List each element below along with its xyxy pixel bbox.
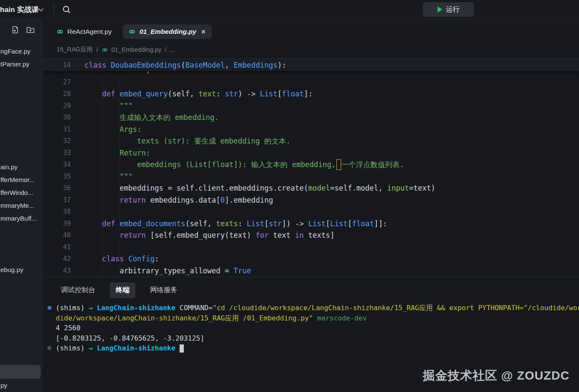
- line-number: 39: [43, 220, 71, 227]
- file-item[interactable]: fferMemor...: [0, 175, 35, 185]
- line-number: 29: [43, 102, 71, 110]
- terminal-line: 4 2560: [43, 323, 579, 333]
- line-number: 33: [43, 149, 71, 157]
- line-number: 35: [43, 173, 71, 180]
- line-number: 43: [43, 267, 71, 275]
- code-row[interactable]: 30 生成输入文本的 embedding.: [43, 112, 579, 124]
- line-number: 34: [43, 161, 71, 168]
- code-row[interactable]: 37 return embeddings.data[0].embedding: [43, 194, 579, 206]
- code-lines: 2728 def embed_query(self, text: str) ->…: [43, 76, 579, 277]
- langchain-icon: [57, 28, 63, 35]
- editor-header: ReActAgent.py01_Embedding.py✕ 15_RAG应用 /…: [43, 19, 579, 58]
- code-editor[interactable]: 14class DoubaoEmbeddings(BaseModel, Embe…: [43, 58, 579, 277]
- code-text: class DoubaoEmbeddings(BaseModel, Embedd…: [71, 61, 286, 69]
- file-item[interactable]: fferWindo...: [0, 188, 33, 198]
- code-row[interactable]: 32 texts (str): 要生成 embedding 的文本.: [43, 135, 579, 147]
- tab-bar: ReActAgent.py01_Embedding.py✕: [51, 24, 212, 39]
- file-item[interactable]: ain.py: [0, 162, 18, 172]
- code-row[interactable]: 35 """: [43, 171, 579, 183]
- code-row[interactable]: 38: [43, 206, 579, 218]
- close-icon[interactable]: ✕: [201, 29, 206, 35]
- code-row[interactable]: 31 Args:: [43, 123, 579, 135]
- panel-tab-调试控制台[interactable]: 调试控制台: [55, 282, 101, 298]
- sidebar: ngFace.pytParser.pyain.pyfferMemor...ffe…: [0, 19, 43, 392]
- line-number: 28: [43, 90, 71, 98]
- project-title[interactable]: hain 实战课: [0, 5, 39, 15]
- code-text: texts (str): 要生成 embedding 的文本.: [71, 136, 291, 146]
- code-text: class Config:: [71, 254, 159, 263]
- code-text: return embeddings.data[0].embedding: [71, 196, 273, 204]
- code-text: 生成输入文本的 embedding.: [71, 113, 219, 123]
- code-row[interactable]: 33 Return:: [43, 147, 579, 159]
- file-item[interactable]: ebug.py: [0, 265, 23, 275]
- sticky-line[interactable]: 14class DoubaoEmbeddings(BaseModel, Embe…: [43, 58, 579, 71]
- code-row[interactable]: 29 """: [43, 100, 579, 112]
- breadcrumb-separator: /: [165, 46, 167, 53]
- run-label: 运行: [446, 5, 460, 14]
- code-row[interactable]: 14class DoubaoEmbeddings(BaseModel, Embe…: [43, 59, 579, 71]
- code-row[interactable]: 27: [43, 76, 579, 88]
- terminal-marker-dot-icon: [48, 306, 51, 310]
- tab-label: ReActAgent.py: [67, 28, 111, 36]
- chevron-down-icon[interactable]: [38, 6, 44, 14]
- line-number: 40: [43, 231, 71, 239]
- terminal-marker-circle-icon: [48, 346, 51, 350]
- code-text: embeddings (List[float]): 输入文本的 embeddin…: [71, 159, 404, 170]
- new-file-icon[interactable]: [11, 26, 19, 34]
- new-folder-icon[interactable]: [26, 26, 34, 34]
- code-text: return [self.embed_query(text) for text …: [71, 231, 334, 239]
- file-item[interactable]: ngFace.py: [0, 46, 30, 57]
- panel-tab-bar: 调试控制台终端网络服务: [55, 282, 183, 298]
- terminal-line: dide/workspace/LangChain-shizhanke/15_RA…: [43, 313, 579, 323]
- code-row[interactable]: 41: [43, 241, 579, 253]
- code-text: Args:: [71, 125, 141, 134]
- breadcrumb-folder[interactable]: 15_RAG应用: [57, 45, 93, 54]
- run-button[interactable]: 运行: [423, 2, 474, 17]
- terminal-line: [-0.8203125, -0.84765625, -3.203125]: [43, 333, 579, 344]
- code-row[interactable]: 40 return [self.embed_query(text) for te…: [43, 230, 579, 242]
- tab-ReActAgent.py[interactable]: ReActAgent.py: [51, 24, 117, 39]
- search-icon[interactable]: [60, 3, 72, 15]
- code-text: Return:: [71, 149, 150, 157]
- code-row[interactable]: 36 embeddings = self.client.embeddings.c…: [43, 183, 579, 195]
- topbar: hain 实战课 运行: [0, 0, 579, 19]
- file-item[interactable]: tParser.py: [0, 59, 30, 69]
- code-text: def embed_documents(self, texts: List[st…: [71, 219, 387, 228]
- file-item[interactable]: py: [0, 380, 7, 391]
- indent-guide: [102, 76, 102, 277]
- line-number: 36: [43, 184, 71, 192]
- code-row[interactable]: 39 def embed_documents(self, texts: List…: [43, 218, 579, 230]
- code-row[interactable]: 28 def embed_query(self, text: str) -> L…: [43, 88, 579, 100]
- divider: [54, 4, 54, 14]
- breadcrumb-more[interactable]: ...: [170, 46, 175, 53]
- code-text: arbitrary_types_allowed = True: [71, 266, 251, 275]
- code-text: def embed_query(self, text: str) -> List…: [71, 90, 312, 98]
- file-highlight-bar[interactable]: [0, 365, 41, 379]
- indent-guide: [120, 76, 120, 277]
- line-number: 38: [43, 208, 71, 215]
- code-row[interactable]: ,: [43, 71, 579, 76]
- terminal-line: (shims) → LangChain-shizhanke: [43, 343, 579, 353]
- line-number: 14: [43, 61, 71, 69]
- langchain-icon: [102, 47, 108, 54]
- code-row[interactable]: 34 embeddings (List[float]): 输入文本的 embed…: [43, 159, 579, 171]
- tab-label: 01_Embedding.py: [139, 28, 196, 36]
- breadcrumb-file[interactable]: 01_Embedding.py: [111, 46, 162, 53]
- app: { "topbar": { "project_title": "hain 实战课…: [0, 0, 579, 392]
- panel-tab-终端[interactable]: 终端: [110, 282, 135, 298]
- code-row[interactable]: 43 arbitrary_types_allowed = True: [43, 265, 579, 277]
- play-icon: [438, 6, 442, 12]
- clipped-line: ,: [43, 71, 579, 76]
- terminal-line: (shims) → LangChain-shizhanke COMMAND="c…: [43, 303, 579, 313]
- tab-01_Embedding.py[interactable]: 01_Embedding.py✕: [123, 24, 212, 39]
- file-item[interactable]: mmaryBuff...: [0, 213, 37, 224]
- file-item[interactable]: mmaryMe...: [0, 200, 34, 211]
- code-row[interactable]: 42 class Config:: [43, 253, 579, 265]
- breadcrumb: 15_RAG应用 / 01_Embedding.py / ...: [57, 45, 175, 54]
- panel-tab-网络服务[interactable]: 网络服务: [144, 282, 183, 298]
- line-number: 42: [43, 255, 71, 263]
- line-number: 27: [43, 78, 71, 86]
- line-number: 30: [43, 114, 71, 121]
- terminal-cursor: [180, 344, 184, 353]
- langchain-icon: [129, 28, 135, 35]
